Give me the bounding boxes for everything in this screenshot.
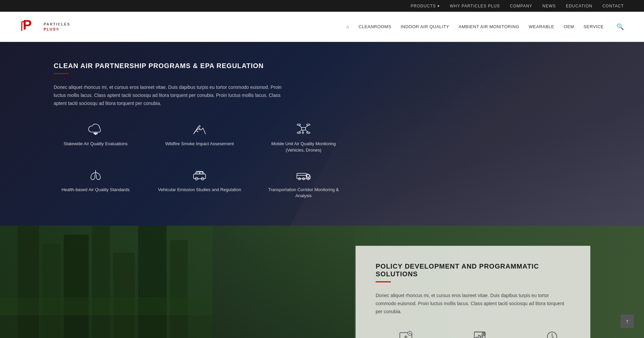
nav-indoor[interactable]: INDOOR AIR QUALITY: [400, 24, 449, 29]
nav-ambient[interactable]: AMBIENT AIR MONITORING: [459, 24, 519, 29]
truck-icon: [296, 167, 312, 183]
icon-longterm: Long-term Air Quality Research and Inter…: [523, 329, 584, 338]
svg-rect-24: [297, 173, 306, 179]
svg-line-9: [299, 125, 302, 127]
svg-line-12: [306, 130, 308, 132]
mobile-label: Mobile Unit Air Quality Monitoring (Vehi…: [262, 141, 345, 153]
svg-rect-8: [302, 127, 306, 130]
svg-point-18: [302, 132, 304, 133]
svg-rect-47: [478, 335, 480, 338]
svg-point-6: [95, 134, 96, 135]
icon-vehicular: Vehicular Emission Studies and Regulatio…: [158, 167, 241, 199]
logo-name: PARTICLES: [44, 22, 70, 26]
main-nav-links: ⌂ CLEANROOMS INDOOR AIR QUALITY AMBIENT …: [346, 23, 624, 31]
svg-rect-23: [200, 172, 203, 174]
section1-icon-grid: Statewide Air Quality Evaluations Wildfi…: [54, 121, 342, 199]
svg-line-10: [306, 125, 308, 127]
nav-service[interactable]: SERVICE: [584, 24, 604, 29]
chat-plus-icon: [398, 329, 414, 338]
nav-oem[interactable]: OEM: [564, 24, 574, 29]
svg-line-11: [299, 130, 302, 132]
search-icon[interactable]: 🔍: [616, 23, 624, 31]
cloud-icon: [88, 121, 104, 137]
clean-air-section: CLEAN AIR PARTNERSHIP PROGRAMS & EPA REG…: [0, 42, 644, 226]
icon-statewide: Statewide Air Quality Evaluations: [54, 121, 138, 153]
icon-community: Community Health and Welfare: [376, 329, 436, 338]
icon-transport: Transportation Corridor Monitoring & Ana…: [262, 167, 345, 199]
car-icon: [192, 167, 208, 183]
section2-underline: [376, 281, 391, 282]
section1-description: Donec aliquet rhoncus mi, et cursus eros…: [54, 83, 288, 107]
policy-section: POLICY DEVELOPMENT AND PROGRAMMATIC SOLU…: [0, 226, 644, 338]
lungs-icon: [88, 167, 104, 183]
svg-point-13: [297, 124, 301, 125]
scroll-top-button[interactable]: ↑: [621, 315, 634, 328]
section2-title: POLICY DEVELOPMENT AND PROGRAMMATIC SOLU…: [376, 263, 570, 278]
svg-rect-48: [481, 336, 483, 338]
topnav-why[interactable]: WHY PARTICLES PLUS: [450, 4, 500, 8]
section1-underline: [54, 73, 69, 74]
health-label: Health-based Air Quality Standards: [61, 187, 129, 193]
logo[interactable]: P PARTICLES PLUS®: [20, 17, 70, 37]
logo-sub: PLUS®: [44, 27, 70, 32]
svg-line-54: [552, 337, 555, 338]
svg-point-16: [307, 132, 310, 133]
svg-point-15: [297, 132, 301, 133]
svg-text:P: P: [23, 17, 32, 32]
svg-point-14: [307, 124, 310, 125]
transport-label: Transportation Corridor Monitoring & Ana…: [262, 187, 345, 199]
topnav-products[interactable]: PRODUCTS ▾: [411, 4, 440, 8]
nav-cleanrooms[interactable]: CLEANROOMS: [359, 24, 391, 29]
policy-content-box: POLICY DEVELOPMENT AND PROGRAMMATIC SOLU…: [356, 246, 590, 338]
topnav-contact[interactable]: CONTACT: [602, 4, 624, 8]
top-navbar: PRODUCTS ▾ WHY PARTICLES PLUS COMPANY NE…: [0, 0, 644, 12]
main-navbar: P PARTICLES PLUS® ⌂ CLEANROOMS INDOOR AI…: [0, 12, 644, 42]
section2-icon-grid: Community Health and Welfare Clean A: [376, 329, 570, 338]
svg-point-5: [94, 133, 95, 134]
nav-wearable[interactable]: WEARABLE: [529, 24, 554, 29]
section1-title: CLEAN AIR PARTNERSHIP PROGRAMS & EPA REG…: [54, 62, 342, 70]
icon-clean-air: Clean Air Education and Advocacy Develop…: [449, 329, 510, 338]
svg-point-7: [97, 133, 98, 134]
wildfire-label: Wildfire Smoke Impact Assesement: [165, 141, 234, 147]
chart-bars-icon: [472, 329, 488, 338]
icon-mobile: Mobile Unit Air Quality Monitoring (Vehi…: [262, 121, 345, 153]
icon-health: Health-based Air Quality Standards: [54, 167, 138, 199]
svg-rect-22: [197, 172, 200, 174]
topnav-news[interactable]: NEWS: [542, 4, 556, 8]
vehicular-label: Vehicular Emission Studies and Regulatio…: [158, 187, 241, 193]
clock-settings-icon: [545, 329, 561, 338]
topnav-company[interactable]: COMPANY: [510, 4, 532, 8]
icon-wildfire: Wildfire Smoke Impact Assesement: [158, 121, 241, 153]
topnav-education[interactable]: EDUCATION: [566, 4, 592, 8]
drone-icon: [296, 121, 312, 137]
mountain-icon: [192, 121, 208, 137]
statewide-label: Statewide Air Quality Evaluations: [64, 141, 128, 147]
section2-description: Donec aliquet rhoncus mi, et cursus eros…: [376, 292, 570, 316]
nav-home[interactable]: ⌂: [346, 24, 349, 29]
